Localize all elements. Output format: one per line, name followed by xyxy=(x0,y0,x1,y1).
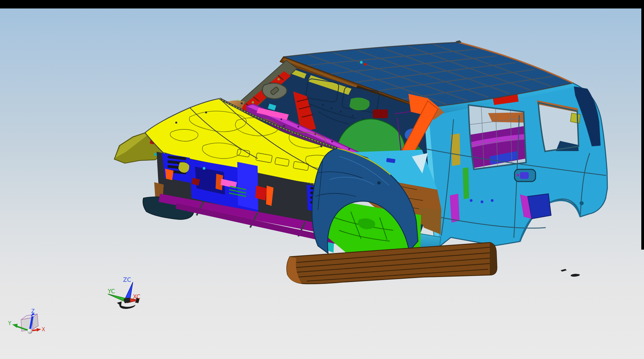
wcs-rotate-handle[interactable] xyxy=(119,305,136,309)
view-triad[interactable]: Z Y X xyxy=(8,308,45,334)
wcs-triad[interactable]: ZC YC XC xyxy=(107,276,140,309)
b-pillar-magenta-sliver[interactable] xyxy=(450,194,460,223)
fender-hole xyxy=(377,181,381,185)
view-y-arrowhead xyxy=(12,324,18,328)
view-x-arrowhead xyxy=(37,328,41,332)
b-pillar-base-brown xyxy=(419,207,441,234)
quarter-drain-hole xyxy=(580,201,584,205)
wcs-rotate-arrowhead xyxy=(117,301,122,306)
door-handle[interactable] xyxy=(515,169,536,182)
debris-specks[interactable] xyxy=(561,269,580,277)
view-x-label: X xyxy=(42,326,45,333)
view-origin-sphere[interactable] xyxy=(27,329,33,334)
view-y-label: Y xyxy=(8,320,12,326)
cad-viewport[interactable]: ZC YC XC Z Y X xyxy=(0,0,644,359)
board-rear-cap xyxy=(490,242,497,275)
roof-red-bit xyxy=(364,63,367,66)
view-z-label: Z xyxy=(31,308,35,314)
wcs-z-label: ZC xyxy=(123,276,131,283)
grille-orange-wedge-left xyxy=(165,169,174,180)
wcs-y-arrow[interactable] xyxy=(108,294,127,302)
wcs-x-label: XC xyxy=(133,293,140,300)
quarter-bracket-olive xyxy=(570,113,580,123)
b-pillar-green-sliver[interactable] xyxy=(463,167,469,199)
roof-teal-bit xyxy=(360,61,363,64)
model-canvas[interactable]: ZC YC XC Z Y X xyxy=(0,0,644,359)
rear-wheelhouse-blue-box[interactable] xyxy=(527,194,551,219)
wcs-y-label: YC xyxy=(107,288,115,295)
right-edge-strip xyxy=(641,8,644,250)
radiator-bright-bar xyxy=(237,162,258,210)
grille-cyan-dot xyxy=(203,167,205,170)
interior-green-patch xyxy=(349,98,370,110)
interior-red-box xyxy=(373,109,388,118)
